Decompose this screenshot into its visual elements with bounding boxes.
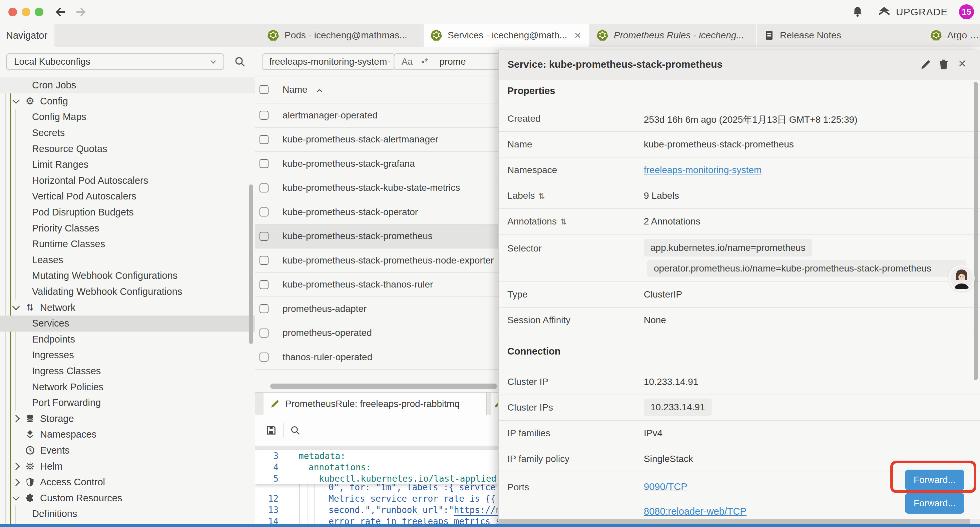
- row-checkbox[interactable]: [259, 232, 269, 241]
- editor-tab-partial[interactable]: [491, 393, 498, 415]
- table-row[interactable]: thanos-ruler-operated: [255, 345, 498, 369]
- property-row-ip-families: IP families IPv4: [499, 420, 980, 446]
- window-titlebar: UPGRADE 15: [0, 0, 980, 24]
- upgrade-button[interactable]: UPGRADE: [877, 5, 948, 19]
- tab-argo[interactable]: Argo Se: [924, 24, 980, 47]
- table-row[interactable]: prometheus-operated: [255, 321, 498, 345]
- table-row-selected[interactable]: kube-prometheus-stack-prometheus: [255, 224, 498, 249]
- kubeconfig-selector[interactable]: Local Kubeconfigs: [6, 53, 224, 70]
- horizontal-scrollbar[interactable]: [270, 384, 497, 389]
- sidebar-group-network[interactable]: ⇅ Network: [0, 299, 255, 315]
- sidebar-group-access-control[interactable]: Access Control: [0, 474, 255, 490]
- sidebar-item-services[interactable]: Services: [0, 315, 255, 331]
- row-checkbox[interactable]: [259, 207, 269, 217]
- tab-services[interactable]: Services - icecheng@math... ×: [424, 24, 589, 47]
- puzzle-icon: [24, 493, 36, 503]
- row-checkbox[interactable]: [259, 111, 269, 120]
- sidebar-group-config[interactable]: ⚙ Config: [0, 93, 255, 110]
- match-case-toggle[interactable]: Aa: [402, 57, 413, 67]
- close-panel-icon[interactable]: ×: [958, 56, 966, 71]
- sidebar-item-priority-classes[interactable]: Priority Classes: [0, 220, 255, 236]
- sidebar-item-cron-jobs[interactable]: Cron Jobs: [0, 77, 255, 93]
- sidebar-item-config-maps[interactable]: Config Maps: [0, 109, 255, 125]
- table-row[interactable]: kube-prometheus-stack-kube-state-metrics: [255, 176, 498, 201]
- table-row[interactable]: kube-prometheus-stack-prometheus-node-ex…: [255, 248, 498, 273]
- account-badge[interactable]: 15: [959, 4, 974, 19]
- sidebar-item-mutating-webhook-configurations[interactable]: Mutating Webhook Configurations: [0, 268, 255, 284]
- sidebar-item-leases[interactable]: Leases: [0, 252, 255, 268]
- regex-toggle[interactable]: ▪*: [421, 57, 428, 67]
- row-checkbox[interactable]: [259, 280, 269, 289]
- property-row-annotations[interactable]: Annotations⇅ 2 Annotations: [499, 209, 980, 234]
- editor-scrollbar-strip[interactable]: [255, 446, 498, 450]
- close-traffic-light[interactable]: [8, 8, 17, 16]
- yaml-editor[interactable]: 0", for: "1m", labels :{ service : 12Met…: [255, 450, 498, 527]
- select-all-checkbox[interactable]: [259, 85, 269, 94]
- forward-arrow-icon[interactable]: [74, 5, 89, 19]
- sidebar-item-port-forwarding[interactable]: Port Forwarding: [0, 395, 255, 411]
- sidebar-item-pod-disruption-budgets[interactable]: Pod Disruption Budgets: [0, 204, 255, 220]
- delete-trash-icon[interactable]: [937, 58, 950, 71]
- row-checkbox[interactable]: [259, 353, 269, 361]
- back-arrow-icon[interactable]: [53, 5, 67, 19]
- document-icon: [764, 30, 775, 41]
- detail-title: Service: kube-prometheus-stack-prometheu…: [508, 59, 722, 70]
- zoom-traffic-light[interactable]: [35, 8, 43, 16]
- row-checkbox[interactable]: [259, 304, 269, 313]
- row-checkbox[interactable]: [259, 183, 269, 193]
- close-tab-icon[interactable]: ×: [571, 29, 584, 41]
- name-column-header[interactable]: Name: [283, 84, 307, 95]
- detail-vertical-scrollbar[interactable]: [974, 82, 978, 380]
- tab-pods[interactable]: Pods - icecheng@mathmas...: [261, 24, 423, 47]
- namespace-link[interactable]: freeleaps-monitoring-system: [644, 165, 762, 175]
- sidebar-item-horizontal-pod-autoscalers[interactable]: Horizontal Pod Autoscalers: [0, 173, 255, 189]
- sort-ascending-icon[interactable]: [315, 86, 325, 96]
- sidebar-item-validating-webhook-configurations[interactable]: Validating Webhook Configurations: [0, 284, 255, 300]
- forward-button-8080[interactable]: Forward...: [905, 493, 964, 514]
- sidebar-item-resource-quotas[interactable]: Resource Quotas: [0, 141, 255, 157]
- tab-prometheus-rules[interactable]: Prometheus Rules - icecheng...: [590, 24, 757, 47]
- table-row[interactable]: alertmanager-operated: [255, 103, 498, 128]
- namespace-selector[interactable]: freeleaps-monitoring-system: [262, 53, 395, 70]
- row-checkbox[interactable]: [259, 256, 269, 265]
- sidebar-item-ingresses[interactable]: Ingresses: [0, 347, 255, 363]
- sidebar-item-limit-ranges[interactable]: Limit Ranges: [0, 157, 255, 173]
- row-checkbox[interactable]: [259, 135, 269, 144]
- sidebar-group-helm[interactable]: Helm: [0, 458, 255, 474]
- table-row[interactable]: kube-prometheus-stack-grafana: [255, 152, 498, 176]
- sidebar-item-definitions[interactable]: Definitions: [0, 506, 255, 522]
- avatar[interactable]: [950, 266, 974, 290]
- property-row-labels[interactable]: Labels⇅ 9 Labels: [499, 183, 980, 209]
- sidebar-item-runtime-classes[interactable]: Runtime Classes: [0, 236, 255, 252]
- notifications-bell-icon[interactable]: [851, 5, 864, 19]
- save-icon[interactable]: [265, 424, 277, 436]
- row-checkbox[interactable]: [259, 159, 269, 168]
- table-row[interactable]: kube-prometheus-stack-thanos-ruler: [255, 273, 498, 297]
- sidebar-item-vertical-pod-autoscalers[interactable]: Vertical Pod Autoscalers: [0, 188, 255, 204]
- sidebar-group-storage[interactable]: Storage: [0, 411, 255, 427]
- minimize-traffic-light[interactable]: [22, 8, 30, 16]
- table-row[interactable]: kube-prometheus-stack-alertmanager: [255, 128, 498, 152]
- sidebar-item-secrets[interactable]: Secrets: [0, 125, 255, 141]
- tab-navigator[interactable]: Navigator: [0, 24, 54, 47]
- port-link-8080[interactable]: 8080:reloader-web/TCP: [644, 506, 746, 517]
- editor-search-icon[interactable]: [290, 425, 301, 436]
- sidebar-scrollbar[interactable]: [249, 185, 253, 344]
- detail-header: Service: kube-prometheus-stack-prometheu…: [499, 50, 980, 80]
- port-link-9090[interactable]: 9090/TCP: [644, 481, 687, 492]
- tab-release-notes[interactable]: Release Notes: [757, 24, 923, 47]
- table-row[interactable]: prometheus-adapter: [255, 297, 498, 321]
- resource-search-input[interactable]: Aa ▪* prome: [394, 53, 498, 70]
- navigator-search-icon[interactable]: [234, 56, 246, 68]
- edit-pencil-icon[interactable]: [919, 58, 932, 71]
- sidebar-item-network-policies[interactable]: Network Policies: [0, 379, 255, 395]
- sidebar-item-ingress-classes[interactable]: Ingress Classes: [0, 363, 255, 379]
- sidebar-item-namespaces[interactable]: Namespaces: [0, 427, 255, 443]
- runbook-url-link[interactable]: https://net: [454, 505, 498, 516]
- sidebar-item-events[interactable]: Events: [0, 443, 255, 459]
- row-checkbox[interactable]: [259, 328, 269, 338]
- table-row[interactable]: kube-prometheus-stack-operator: [255, 200, 498, 224]
- sidebar-group-custom-resources[interactable]: Custom Resources: [0, 490, 255, 506]
- editor-tab-prometheusrule[interactable]: PrometheusRule: freeleaps-prod-rabbitmq: [264, 393, 487, 415]
- sidebar-item-endpoints[interactable]: Endpoints: [0, 331, 255, 347]
